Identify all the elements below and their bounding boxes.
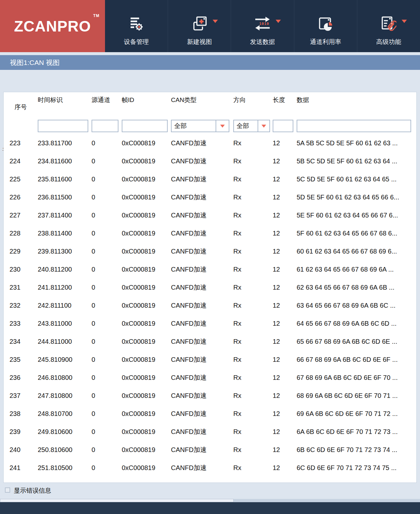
col-header-src-channel: 源通道	[92, 95, 122, 105]
cell-frame-id: 0xC000819	[122, 297, 171, 315]
table-row[interactable]: 226 236.811500 0 0xC000819 CANFD加速 Rx 12…	[4, 188, 416, 206]
cell-data: 68 69 6A 6B 6C 6D 6E 6F 70 71 ...	[297, 387, 412, 405]
time-filter-input[interactable]	[38, 120, 88, 132]
cell-frame-id: 0xC000819	[122, 224, 171, 242]
table-header: 序号 时间标识 源通道 帧ID CAN类型 方向 长度 数据 全部	[4, 92, 416, 134]
horizontal-scrollbar-thumb[interactable]	[0, 499, 234, 502]
cell-seq: 234	[10, 333, 38, 351]
table-row[interactable]: 234 244.811000 0 0xC000819 CANFD加速 Rx 12…	[4, 333, 416, 351]
cell-time: 243.811000	[38, 315, 92, 333]
cell-frame-id: 0xC000819	[122, 260, 171, 278]
cell-data: 63 64 65 66 67 68 69 6A 6B 6C ...	[297, 297, 412, 315]
nav-item-device-manage[interactable]: 设备管理	[105, 0, 168, 52]
cell-time: 251.810500	[38, 459, 92, 477]
cell-src-channel: 0	[92, 369, 122, 387]
show-error-checkbox[interactable]	[5, 487, 10, 493]
trademark-label: TM	[93, 13, 99, 18]
top-bar: ZCANPROTM	[0, 0, 420, 52]
cell-src-channel: 0	[92, 387, 122, 405]
send-data-icon: 1010	[255, 14, 270, 33]
table-row[interactable]: 231 241.811200 0 0xC000819 CANFD加速 Rx 12…	[4, 278, 416, 297]
table-row[interactable]: 235 245.810900 0 0xC000819 CANFD加速 Rx 12…	[4, 351, 416, 369]
can-type-filter-value: 全部	[172, 120, 216, 132]
can-type-dropdown-icon[interactable]	[216, 120, 229, 132]
can-type-filter-select[interactable]: 全部	[171, 120, 229, 132]
cell-frame-id: 0xC000819	[122, 387, 171, 405]
cell-time: 238.811400	[38, 224, 92, 242]
cell-can-type: CANFD加速	[171, 405, 233, 423]
cell-data: 6C 6D 6E 6F 70 71 72 73 74 75 ...	[297, 459, 412, 477]
cell-seq: 224	[10, 152, 38, 170]
table-row[interactable]: 224 234.811600 0 0xC000819 CANFD加速 Rx 12…	[4, 152, 416, 170]
cell-direction: Rx	[233, 477, 273, 483]
cell-seq: 230	[10, 260, 38, 278]
cell-direction: Rx	[233, 423, 273, 441]
nav-item-send-data[interactable]: 1010 发送数据	[231, 0, 294, 52]
cell-length: 12	[273, 351, 297, 369]
cell-time: 236.811500	[38, 188, 92, 206]
new-view-dropdown-icon[interactable]	[213, 20, 218, 23]
table-row[interactable]: 228 238.811400 0 0xC000819 CANFD加速 Rx 12…	[4, 224, 416, 242]
direction-dropdown-icon[interactable]	[258, 120, 269, 132]
frame-id-filter-input[interactable]	[122, 120, 168, 132]
cell-length: 12	[273, 134, 297, 152]
cell-length: 12	[273, 260, 297, 278]
advanced-functions-dropdown-icon[interactable]	[402, 20, 407, 23]
cell-src-channel: 0	[92, 152, 122, 170]
table-row[interactable]: 237 247.810800 0 0xC000819 CANFD加速 Rx 12…	[4, 387, 416, 405]
table-row[interactable]: 225 235.811600 0 0xC000819 CANFD加速 Rx 12…	[4, 170, 416, 188]
table-row[interactable]: 236 246.810800 0 0xC000819 CANFD加速 Rx 12…	[4, 369, 416, 387]
cell-direction: Rx	[233, 405, 273, 423]
cell-src-channel: 0	[92, 188, 122, 206]
data-filter-input[interactable]	[297, 120, 411, 132]
cell-seq: 228	[10, 224, 38, 242]
cell-data: 66 67 68 69 6A 6B 6C 6D 6E 6F ...	[297, 351, 412, 369]
cell-src-channel: 0	[92, 351, 122, 369]
table-row[interactable]: 241 251.810500 0 0xC000819 CANFD加速 Rx 12…	[4, 459, 416, 477]
cell-direction: Rx	[233, 441, 273, 459]
cell-length: 12	[273, 188, 297, 206]
cell-time: 249.810600	[38, 423, 92, 441]
cell-length: 12	[273, 405, 297, 423]
direction-filter-select[interactable]: 全部	[233, 120, 270, 132]
cell-length: 12	[273, 152, 297, 170]
table-row[interactable]: 223 233.811700 0 0xC000819 CANFD加速 Rx 12…	[4, 134, 416, 152]
col-header-frame-id: 帧ID	[122, 95, 171, 105]
cell-direction: Rx	[233, 387, 273, 405]
horizontal-scrollbar[interactable]	[0, 499, 420, 502]
advanced-functions-icon	[381, 14, 396, 33]
src-channel-filter-input[interactable]	[92, 120, 118, 132]
table-row[interactable]: 227 237.811400 0 0xC000819 CANFD加速 Rx 12…	[4, 206, 416, 224]
cell-can-type: CANFD加速	[171, 459, 233, 477]
table-row[interactable]: 242 252.810400 0 0xC000819 CANFD加速 Rx 12…	[4, 477, 416, 483]
table-row[interactable]: 240 250.810600 0 0xC000819 CANFD加速 Rx 12…	[4, 441, 416, 459]
nav-item-channel-utilization[interactable]: 通道利用率	[294, 0, 357, 52]
cell-frame-id: 0xC000819	[122, 423, 171, 441]
cell-can-type: CANFD加速	[171, 278, 233, 297]
table-row[interactable]: 229 239.811300 0 0xC000819 CANFD加速 Rx 12…	[4, 242, 416, 260]
cell-time: 233.811700	[38, 134, 92, 152]
cell-seq: 232	[10, 297, 38, 315]
nav-item-advanced-functions[interactable]: 高级功能	[357, 0, 420, 52]
cell-src-channel: 0	[92, 224, 122, 242]
cell-frame-id: 0xC000819	[122, 405, 171, 423]
cell-data: 5A 5B 5C 5D 5E 5F 60 61 62 63 ...	[297, 134, 412, 152]
table-row[interactable]: 230 240.811200 0 0xC000819 CANFD加速 Rx 12…	[4, 260, 416, 278]
cell-seq: 241	[10, 459, 38, 477]
table-row[interactable]: 232 242.811100 0 0xC000819 CANFD加速 Rx 12…	[4, 297, 416, 315]
send-data-dropdown-icon[interactable]	[276, 20, 281, 23]
cell-length: 12	[273, 459, 297, 477]
table-row[interactable]: 239 249.810600 0 0xC000819 CANFD加速 Rx 12…	[4, 423, 416, 441]
cell-src-channel: 0	[92, 242, 122, 260]
table-row[interactable]: 238 248.810700 0 0xC000819 CANFD加速 Rx 12…	[4, 405, 416, 423]
table-row[interactable]: 233 243.811000 0 0xC000819 CANFD加速 Rx 12…	[4, 315, 416, 333]
cell-length: 12	[273, 369, 297, 387]
nav-item-new-view[interactable]: 新建视图	[168, 0, 231, 52]
cell-data: 5E 5F 60 61 62 63 64 65 66 67 6...	[297, 206, 412, 224]
col-header-data: 数据	[297, 95, 412, 105]
cell-src-channel: 0	[92, 170, 122, 188]
cell-src-channel: 0	[92, 459, 122, 477]
length-filter-input[interactable]	[273, 120, 293, 132]
cell-time: 242.811100	[38, 297, 92, 315]
cell-seq: 235	[10, 351, 38, 369]
